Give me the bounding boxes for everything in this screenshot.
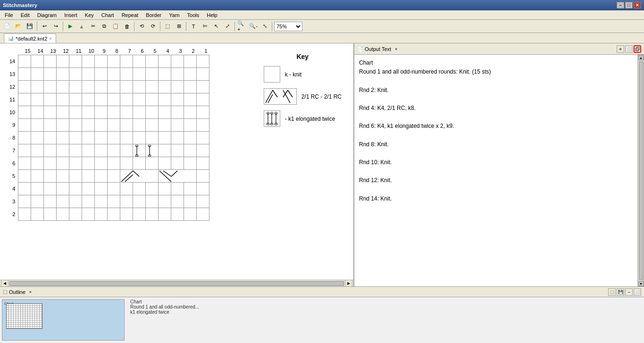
cell-5-13[interactable] [44, 170, 57, 183]
cell-10-9[interactable] [95, 106, 108, 119]
cell-7-9[interactable] [95, 144, 108, 157]
cell-6-3[interactable] [171, 157, 184, 170]
cell-4-6[interactable] [133, 183, 146, 195]
cell-3-6[interactable] [133, 195, 146, 208]
undo-button[interactable]: ↩ [39, 21, 50, 32]
cell-4-3[interactable] [171, 183, 184, 195]
cell-2-2[interactable] [184, 208, 197, 221]
cell-5-11[interactable] [69, 170, 82, 183]
cell-14-8[interactable] [108, 55, 120, 68]
cell-5-7[interactable] [120, 170, 159, 183]
cell-9-13[interactable] [44, 119, 57, 132]
cell-10-10[interactable] [82, 106, 95, 119]
cell-2-11[interactable] [69, 208, 82, 221]
cell-14-12[interactable] [57, 55, 69, 68]
output-panel-restore-button[interactable] [634, 45, 641, 53]
cell-6-6[interactable] [133, 157, 146, 170]
cell-4-14[interactable] [31, 183, 44, 195]
cell-8-15[interactable] [18, 132, 31, 144]
menu-insert[interactable]: Insert [60, 11, 81, 19]
minimize-button[interactable]: – [617, 2, 624, 8]
cell-12-2[interactable] [184, 81, 197, 93]
outline-panel-minimize-button[interactable]: – [625, 288, 633, 296]
menu-tools[interactable]: Tools [184, 11, 203, 19]
cell-4-13[interactable] [44, 183, 57, 195]
scroll-down-button[interactable]: ▼ [638, 281, 644, 286]
cell-11-8[interactable] [108, 93, 120, 106]
cell-8-6[interactable] [133, 132, 146, 144]
cell-6-11[interactable] [69, 157, 82, 170]
cell-9-3[interactable] [171, 119, 184, 132]
menu-edit[interactable]: Edit [17, 11, 33, 19]
new-button[interactable]: 📄 [2, 21, 12, 32]
cell-12-8[interactable] [108, 81, 120, 93]
cell-9-6[interactable] [133, 119, 146, 132]
cell-8-3[interactable] [171, 132, 184, 144]
cell-9-2[interactable] [184, 119, 197, 132]
stop-button[interactable]: ▲ [76, 21, 87, 32]
cell-13-14[interactable] [31, 68, 44, 81]
cell-12-9[interactable] [95, 81, 108, 93]
cell-14-11[interactable] [69, 55, 82, 68]
cell-14-1[interactable] [197, 55, 209, 68]
cell-7-8[interactable] [108, 144, 120, 157]
scroll-up-button[interactable]: ▲ [638, 55, 644, 60]
cell-8-2[interactable] [184, 132, 197, 144]
cell-10-1[interactable] [197, 106, 209, 119]
zoom-in-button[interactable]: 🔍+ [237, 21, 247, 32]
cell-7-13[interactable] [44, 144, 57, 157]
cell-8-4[interactable] [159, 132, 171, 144]
cell-12-11[interactable] [69, 81, 82, 93]
maximize-button[interactable]: □ [625, 2, 633, 8]
cell-4-12[interactable] [57, 183, 69, 195]
cell-6-5[interactable] [146, 157, 159, 170]
run-button[interactable]: ▶ [65, 21, 75, 32]
h-scrollbar[interactable]: ◀ ▶ [0, 280, 353, 286]
cell-9-1[interactable] [197, 119, 209, 132]
redo-button[interactable]: ↪ [50, 21, 61, 32]
redo2-button[interactable]: ⟳ [148, 21, 158, 32]
cell-11-15[interactable] [18, 93, 31, 106]
cell-14-2[interactable] [184, 55, 197, 68]
cell-10-14[interactable] [31, 106, 44, 119]
zoom-select[interactable]: 50% 75% 100% 125% 150% [274, 22, 302, 31]
cell-11-1[interactable] [197, 93, 209, 106]
arrow-button[interactable]: ↖ [211, 21, 221, 32]
cell-7-1[interactable] [197, 144, 209, 157]
cell-14-4[interactable] [159, 55, 171, 68]
cell-2-10[interactable] [82, 208, 95, 221]
cell-6-1[interactable] [197, 157, 209, 170]
cell-8-1[interactable] [197, 132, 209, 144]
cell-13-15[interactable] [18, 68, 31, 81]
outline-panel-float-button[interactable]: ⬜ [634, 288, 641, 296]
cell-14-13[interactable] [44, 55, 57, 68]
zoom-out-button[interactable]: 🔍- [248, 21, 259, 32]
cell-2-13[interactable] [44, 208, 57, 221]
cell-10-13[interactable] [44, 106, 57, 119]
cell-11-12[interactable] [57, 93, 69, 106]
cell-4-9[interactable] [95, 183, 108, 195]
cell-14-15[interactable] [18, 55, 31, 68]
menu-yarn[interactable]: Yarn [165, 11, 183, 19]
cell-4-8[interactable] [108, 183, 120, 195]
undo2-button[interactable]: ⟲ [136, 21, 147, 32]
cell-5-14[interactable] [31, 170, 44, 183]
cell-11-13[interactable] [44, 93, 57, 106]
save-button[interactable]: 💾 [25, 21, 35, 32]
cell-7-15[interactable] [18, 144, 31, 157]
cell-5-9[interactable] [95, 170, 108, 183]
cell-2-9[interactable] [95, 208, 108, 221]
cell-7-14[interactable] [31, 144, 44, 157]
cell-9-11[interactable] [69, 119, 82, 132]
cell-2-5[interactable] [146, 208, 159, 221]
cell-12-4[interactable] [159, 81, 171, 93]
copy-button[interactable]: ⧉ [99, 21, 109, 32]
cell-9-5[interactable] [146, 119, 159, 132]
cell-7-5[interactable] [146, 144, 159, 157]
cell-10-8[interactable] [108, 106, 120, 119]
cell-9-9[interactable] [95, 119, 108, 132]
cell-12-5[interactable] [146, 81, 159, 93]
cell-13-2[interactable] [184, 68, 197, 81]
cell-8-11[interactable] [69, 132, 82, 144]
cell-3-8[interactable] [108, 195, 120, 208]
